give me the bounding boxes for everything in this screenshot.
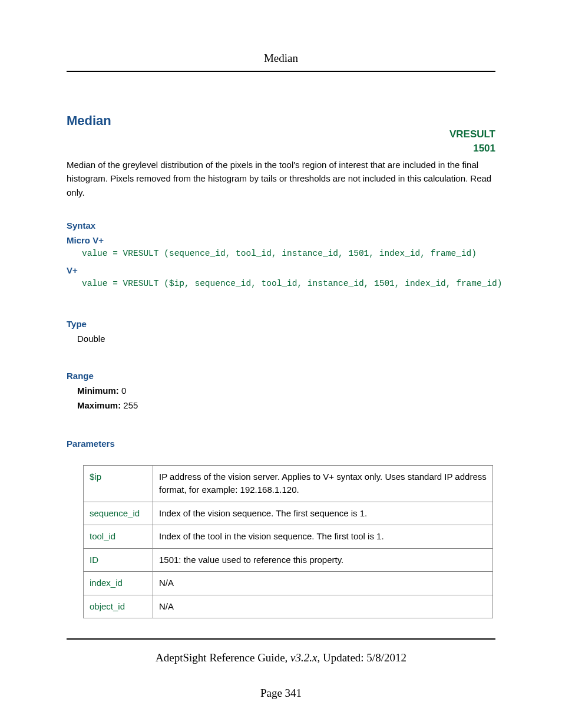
footer-updated: , Updated: 5/8/2012 xyxy=(317,651,406,664)
range-max-label: Maximum: xyxy=(77,400,121,410)
param-desc: IP address of the vision server. Applies… xyxy=(153,465,493,502)
vplus-code: value = VRESULT ($ip, sequence_id, tool_… xyxy=(67,279,495,288)
footer-doc-title: AdeptSight Reference Guide xyxy=(156,651,285,664)
param-desc: Index of the tool in the vision sequence… xyxy=(153,525,493,549)
table-row: sequence_idIndex of the vision sequence.… xyxy=(84,502,493,525)
range-max: Maximum: 255 xyxy=(67,400,495,410)
footer-text: AdeptSight Reference Guide, v3.2.x, Upda… xyxy=(0,651,562,664)
type-heading: Type xyxy=(67,319,495,329)
micro-vplus-label: Micro V+ xyxy=(67,235,495,245)
parameters-heading: Parameters xyxy=(67,439,495,449)
table-row: ID1501: the value used to reference this… xyxy=(84,548,493,572)
param-desc: 1501: the value used to reference this p… xyxy=(153,548,493,572)
table-row: index_idN/A xyxy=(84,572,493,595)
range-min-label: Minimum: xyxy=(77,386,119,396)
syntax-heading: Syntax xyxy=(67,220,495,230)
micro-vplus-code: value = VRESULT (sequence_id, tool_id, i… xyxy=(67,249,495,258)
type-value: Double xyxy=(67,334,495,344)
vplus-label: V+ xyxy=(67,265,495,275)
param-name: sequence_id xyxy=(84,502,153,525)
result-badge: VRESULT 1501 xyxy=(449,127,495,156)
badge-line2: 1501 xyxy=(449,141,495,156)
title-row: Median VRESULT 1501 xyxy=(67,113,495,129)
range-heading: Range xyxy=(67,371,495,381)
content-area: Median VRESULT 1501 Median of the greyle… xyxy=(0,72,562,618)
page-header-title: Median xyxy=(0,0,562,71)
badge-line1: VRESULT xyxy=(449,127,495,141)
param-name: ID xyxy=(84,548,153,572)
param-desc: N/A xyxy=(153,572,493,595)
page-number: Page 341 xyxy=(0,687,562,700)
range-min: Minimum: 0 xyxy=(67,386,495,396)
footer-divider xyxy=(67,638,495,640)
table-row: tool_idIndex of the tool in the vision s… xyxy=(84,525,493,549)
description-text: Median of the greylevel distribution of … xyxy=(67,158,495,199)
param-desc: Index of the vision sequence. The first … xyxy=(153,502,493,525)
table-row: $ipIP address of the vision server. Appl… xyxy=(84,465,493,502)
parameters-table: $ipIP address of the vision server. Appl… xyxy=(83,465,493,619)
main-title: Median xyxy=(67,113,495,129)
table-row: object_idN/A xyxy=(84,595,493,618)
param-name: tool_id xyxy=(84,525,153,549)
range-max-value: 255 xyxy=(123,400,138,410)
range-min-value: 0 xyxy=(121,386,126,396)
param-name: $ip xyxy=(84,465,153,502)
param-desc: N/A xyxy=(153,595,493,618)
param-name: object_id xyxy=(84,595,153,618)
footer-version: , v3.2.x xyxy=(285,651,318,664)
param-name: index_id xyxy=(84,572,153,595)
